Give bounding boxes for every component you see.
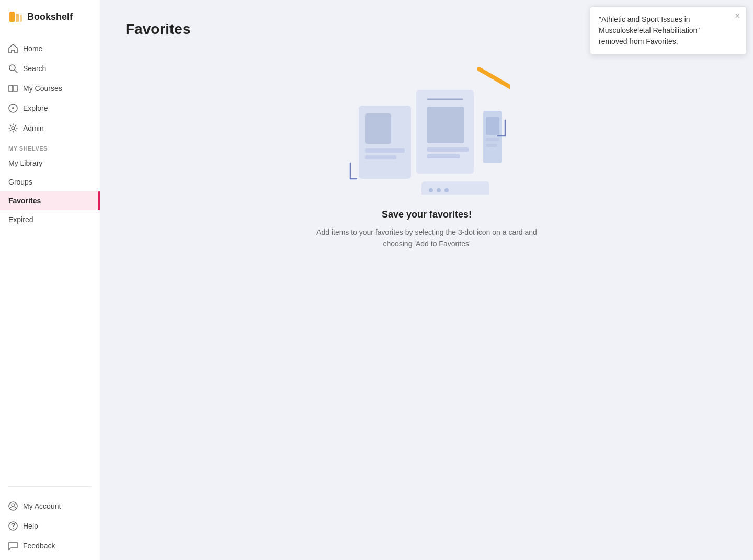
courses-icon bbox=[8, 84, 18, 93]
svg-point-13 bbox=[13, 528, 14, 529]
empty-state-title: Save your favorites! bbox=[382, 209, 472, 220]
logo-text: Bookshelf bbox=[27, 12, 73, 22]
main-content: Favorites bbox=[100, 0, 753, 560]
sidebar-item-my-account[interactable]: My Account bbox=[0, 496, 100, 516]
admin-icon bbox=[8, 123, 18, 133]
home-icon bbox=[8, 44, 18, 53]
svg-rect-26 bbox=[486, 144, 497, 147]
bookshelf-logo-icon bbox=[8, 9, 23, 24]
svg-point-11 bbox=[12, 504, 15, 507]
empty-state-subtitle: Add items to your favorites by selecting… bbox=[316, 226, 537, 250]
svg-point-30 bbox=[444, 188, 449, 192]
search-icon bbox=[8, 64, 18, 73]
sidebar-item-expired[interactable]: Expired bbox=[0, 210, 100, 229]
svg-rect-17 bbox=[365, 155, 396, 159]
svg-rect-16 bbox=[365, 148, 405, 153]
account-icon bbox=[8, 501, 18, 511]
svg-rect-20 bbox=[427, 107, 464, 143]
svg-rect-6 bbox=[14, 85, 17, 92]
help-icon bbox=[8, 521, 18, 531]
toast-notification: "Athletic and Sport Issues in Musculoske… bbox=[590, 6, 747, 55]
svg-rect-25 bbox=[486, 138, 499, 141]
sidebar-item-feedback[interactable]: Feedback bbox=[0, 536, 100, 556]
svg-line-35 bbox=[479, 69, 510, 95]
sidebar-bottom: My Account Help Feedback bbox=[0, 492, 100, 560]
sidebar-item-admin[interactable]: Admin bbox=[0, 118, 100, 138]
svg-point-9 bbox=[12, 127, 15, 130]
svg-point-28 bbox=[429, 188, 433, 192]
svg-rect-2 bbox=[20, 15, 22, 22]
svg-rect-27 bbox=[421, 181, 489, 195]
svg-point-29 bbox=[437, 188, 441, 192]
svg-rect-5 bbox=[9, 85, 13, 92]
empty-illustration bbox=[343, 59, 510, 195]
empty-state: Save your favorites! Add items to your f… bbox=[126, 59, 728, 250]
svg-point-8 bbox=[12, 107, 14, 109]
sidebar-item-help[interactable]: Help bbox=[0, 516, 100, 536]
sidebar-item-home[interactable]: Home bbox=[0, 39, 100, 59]
sidebar: Bookshelf Home Search My Courses bbox=[0, 0, 100, 560]
svg-rect-22 bbox=[427, 154, 460, 158]
svg-rect-1 bbox=[16, 14, 19, 22]
sidebar-item-my-library[interactable]: My Library bbox=[0, 154, 100, 173]
sidebar-item-favorites[interactable]: Favorites bbox=[0, 191, 100, 210]
sidebar-item-search[interactable]: Search bbox=[0, 59, 100, 78]
svg-rect-15 bbox=[365, 113, 391, 144]
svg-line-4 bbox=[15, 70, 18, 73]
explore-icon bbox=[8, 104, 18, 113]
svg-rect-0 bbox=[9, 12, 15, 22]
logo-area[interactable]: Bookshelf bbox=[0, 0, 100, 32]
toast-message: "Athletic and Sport Issues in Musculoske… bbox=[599, 15, 700, 45]
sidebar-nav: Home Search My Courses Explore bbox=[0, 32, 100, 481]
sidebar-divider bbox=[8, 486, 92, 487]
sidebar-item-groups[interactable]: Groups bbox=[0, 173, 100, 191]
shelves-section-label: MY SHELVES bbox=[0, 138, 100, 154]
sidebar-item-explore[interactable]: Explore bbox=[0, 98, 100, 118]
toast-close-button[interactable]: × bbox=[735, 12, 740, 20]
svg-rect-21 bbox=[427, 147, 469, 152]
svg-rect-24 bbox=[486, 117, 499, 135]
sidebar-item-my-courses[interactable]: My Courses bbox=[0, 78, 100, 98]
feedback-icon bbox=[8, 541, 18, 551]
